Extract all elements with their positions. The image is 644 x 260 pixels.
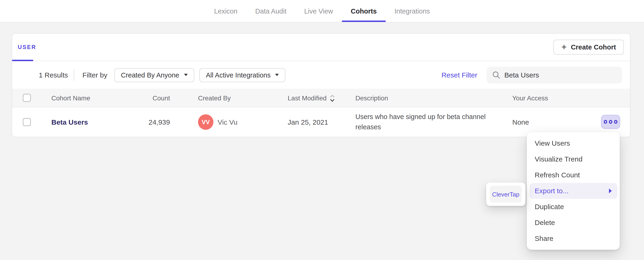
header-your-access: Your Access (512, 94, 630, 102)
last-modified-cell: Jan 25, 2021 (288, 118, 356, 126)
nav-tab-label: Integrations (394, 7, 430, 15)
nav-tab-label: Data Audit (255, 7, 286, 15)
search-box[interactable] (486, 66, 622, 83)
description-text: Users who have signed up for beta channe… (356, 112, 492, 132)
sort-icon[interactable] (330, 94, 335, 102)
menu-item-delete[interactable]: Delete (529, 215, 617, 230)
submenu-item-clevertap[interactable]: CleverTap (490, 186, 522, 202)
created-by-dropdown[interactable]: Created By Anyone (114, 68, 194, 82)
top-nav: Lexicon Data Audit Live View Cohorts Int… (0, 0, 644, 22)
menu-item-view-users[interactable]: View Users (529, 135, 617, 151)
select-all-checkbox[interactable] (23, 94, 31, 102)
row-checkbox-cell (12, 118, 51, 126)
nav-tab-cohorts[interactable]: Cohorts (342, 0, 386, 22)
filter-bar-right: Reset Filter (442, 66, 622, 83)
nav-tab-integrations[interactable]: Integrations (386, 0, 439, 22)
create-cohort-button[interactable]: + Create Cohort (554, 40, 624, 54)
header-checkbox-cell (12, 94, 51, 102)
reset-filter-link[interactable]: Reset Filter (442, 71, 477, 79)
filter-bar: 1 Results Filter by Created By Anyone Al… (12, 61, 630, 89)
export-submenu: CleverTap (486, 182, 526, 206)
active-tab-underline (342, 20, 386, 22)
three-dots-icon (604, 120, 607, 124)
header-cohort-name: Cohort Name (51, 94, 136, 102)
header-description: Description (356, 94, 512, 102)
header-count: Count (136, 94, 170, 102)
row-context-menu: View Users Visualize Trend Refresh Count… (527, 132, 620, 250)
menu-item-export-to[interactable]: Export to... (529, 183, 617, 199)
created-by-cell: VV Vic Vu (170, 114, 288, 130)
caret-down-icon (275, 74, 279, 76)
nav-tab-label: Cohorts (351, 7, 377, 15)
table-header: Cohort Name Count Created By Last Modifi… (12, 89, 630, 107)
description-cell: Users who have signed up for beta channe… (356, 112, 512, 132)
header-last-modified-label: Last Modified (288, 94, 327, 102)
menu-item-export-label: Export to... (535, 183, 568, 199)
row-menu-button[interactable] (601, 115, 620, 129)
triangle-right-icon (609, 188, 612, 193)
menu-item-refresh-count[interactable]: Refresh Count (529, 167, 617, 183)
create-cohort-label: Create Cohort (571, 44, 616, 51)
nav-tab-data-audit[interactable]: Data Audit (246, 0, 296, 22)
integrations-dropdown[interactable]: All Active Integrations (200, 68, 286, 82)
divider (74, 69, 74, 80)
panel-tab-bar: USER + Create Cohort (12, 34, 630, 61)
nav-tab-live-view[interactable]: Live View (296, 0, 342, 22)
cohort-name-link[interactable]: Beta Users (51, 118, 88, 126)
integrations-dropdown-value: All Active Integrations (206, 71, 271, 79)
nav-tab-label: Live View (304, 7, 333, 15)
user-tab-underline (12, 60, 33, 61)
menu-item-visualize-trend[interactable]: Visualize Trend (529, 151, 617, 167)
count-cell: 24,939 (136, 118, 170, 126)
menu-item-share[interactable]: Share (529, 230, 617, 246)
cohorts-panel: USER + Create Cohort 1 Results Filter by… (12, 33, 630, 137)
search-icon (492, 71, 500, 79)
results-count: 1 Results (39, 71, 68, 79)
tab-user[interactable]: USER (12, 34, 36, 61)
page: Lexicon Data Audit Live View Cohorts Int… (0, 0, 644, 260)
three-dots-icon (614, 120, 618, 124)
nav-tab-lexicon[interactable]: Lexicon (205, 0, 246, 22)
three-dots-icon (609, 120, 612, 124)
header-created-by: Created By (170, 94, 288, 102)
tab-user-label: USER (18, 44, 36, 50)
nav-tab-label: Lexicon (214, 7, 238, 15)
cohort-name-cell: Beta Users (51, 118, 136, 126)
created-by-dropdown-value: Created By Anyone (121, 71, 179, 79)
filter-by-label: Filter by (82, 71, 108, 79)
header-last-modified: Last Modified (288, 93, 356, 102)
menu-item-duplicate[interactable]: Duplicate (529, 199, 617, 215)
plus-icon: + (561, 42, 566, 51)
row-checkbox[interactable] (23, 118, 31, 126)
creator-name: Vic Vu (218, 118, 238, 126)
caret-down-icon (184, 74, 188, 76)
avatar: VV (198, 114, 214, 130)
search-input[interactable] (504, 71, 616, 79)
